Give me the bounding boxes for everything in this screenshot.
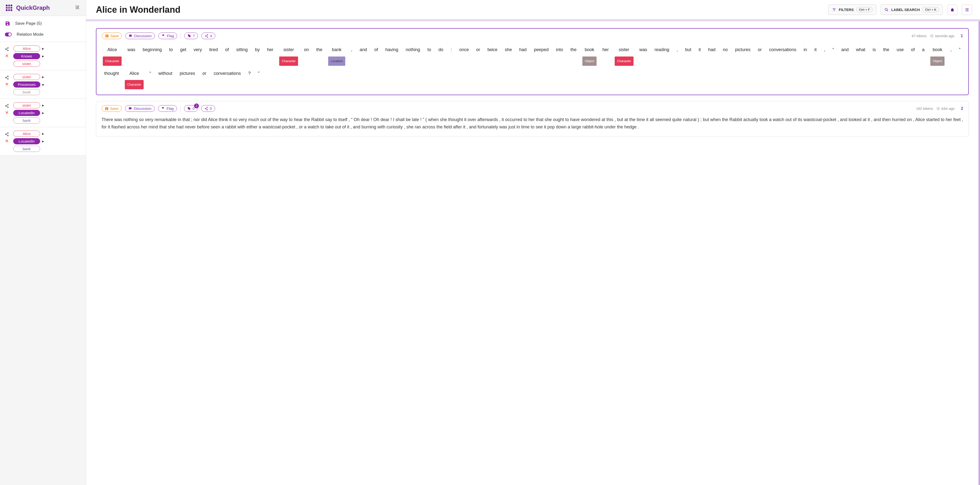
token[interactable]: thought: [102, 67, 121, 80]
target-chip[interactable]: bank: [13, 146, 40, 152]
token[interactable]: ”: [956, 43, 963, 56]
token[interactable]: it: [696, 43, 703, 56]
token[interactable]: sitting: [234, 43, 250, 56]
token[interactable]: in: [801, 43, 810, 56]
discussion-button[interactable]: Discussion: [125, 33, 155, 39]
share-icon[interactable]: [5, 47, 9, 51]
discussion-button[interactable]: Discussion: [125, 105, 154, 112]
share-icon[interactable]: [5, 75, 9, 80]
token[interactable]: having: [383, 43, 401, 56]
token[interactable]: once: [457, 43, 471, 56]
share-count-button[interactable]: 0: [201, 105, 215, 112]
relation-chip[interactable]: Possesses: [13, 81, 40, 87]
token[interactable]: ,: [349, 43, 355, 56]
token[interactable]: use: [894, 43, 906, 56]
relation-chip[interactable]: Knows: [13, 53, 40, 59]
relation-chip[interactable]: LocatedIn: [13, 138, 40, 144]
token[interactable]: had: [706, 43, 718, 56]
token[interactable]: “: [147, 67, 153, 80]
target-chip[interactable]: bank: [13, 118, 40, 124]
token[interactable]: ,: [674, 43, 680, 56]
token[interactable]: had: [517, 43, 529, 56]
token[interactable]: and: [839, 43, 851, 56]
token[interactable]: beginning: [140, 43, 164, 56]
delete-icon[interactable]: [5, 111, 9, 114]
tag-count-button[interactable]: 7: [184, 33, 198, 39]
token[interactable]: is: [870, 43, 878, 56]
token[interactable]: conversations: [211, 67, 243, 80]
annotation-card[interactable]: Save Discussion Flag 0 2 0 162 tokens: [96, 101, 969, 136]
source-chip[interactable]: Alice: [13, 130, 40, 137]
token[interactable]: sisterCharacter: [614, 43, 635, 66]
token[interactable]: the: [314, 43, 325, 56]
token[interactable]: of: [223, 43, 231, 56]
flag-button[interactable]: Flag: [158, 33, 177, 39]
token[interactable]: very: [191, 43, 204, 56]
token[interactable]: the: [881, 43, 892, 56]
collapse-sidebar-icon[interactable]: [75, 5, 80, 11]
token[interactable]: bookObject: [929, 43, 945, 66]
share-count-button[interactable]: 4: [201, 33, 215, 39]
target-chip[interactable]: book: [13, 89, 40, 95]
token[interactable]: it: [812, 43, 819, 56]
delete-icon[interactable]: [5, 54, 9, 58]
token[interactable]: to: [167, 43, 175, 56]
token[interactable]: twice: [485, 43, 500, 56]
token[interactable]: ,: [821, 43, 827, 56]
token[interactable]: to: [425, 43, 434, 56]
panel-toggle-button[interactable]: [962, 5, 972, 15]
filters-button[interactable]: FILTERS Ctrl + F: [828, 5, 877, 15]
annotation-card[interactable]: Save Discussion Flag 7 4 67 tokens: [96, 28, 969, 95]
token[interactable]: of: [372, 43, 380, 56]
tag-count-button[interactable]: 0 2: [184, 105, 198, 112]
save-button[interactable]: Save: [102, 33, 122, 39]
delete-icon[interactable]: [5, 82, 9, 86]
token[interactable]: sisterCharacter: [278, 43, 299, 66]
source-chip[interactable]: Alice: [13, 46, 40, 52]
relation-chip[interactable]: LocatedIn: [13, 110, 40, 116]
chevron-right-icon[interactable]: ▸: [42, 131, 44, 136]
share-icon[interactable]: [5, 132, 9, 137]
token[interactable]: without: [156, 67, 175, 80]
apps-icon[interactable]: [6, 5, 12, 11]
chevron-right-icon[interactable]: ▸: [42, 54, 44, 59]
token[interactable]: no: [721, 43, 730, 56]
token[interactable]: but: [683, 43, 694, 56]
save-button[interactable]: Save: [102, 105, 122, 112]
token[interactable]: ”: [255, 67, 262, 80]
delete-icon[interactable]: [5, 139, 9, 143]
save-page-button[interactable]: Save Page (5): [0, 18, 86, 29]
token[interactable]: the: [568, 43, 579, 56]
chevron-right-icon[interactable]: ▸: [42, 46, 44, 51]
label-search-button[interactable]: LABEL SEARCH Ctrl + K: [881, 5, 943, 15]
token[interactable]: or: [474, 43, 482, 56]
token[interactable]: and: [357, 43, 369, 56]
chevron-right-icon[interactable]: ▸: [42, 103, 44, 108]
token[interactable]: bankLocation: [327, 43, 346, 66]
token[interactable]: AliceCharacter: [102, 43, 123, 66]
token[interactable]: nothing: [403, 43, 423, 56]
flag-button[interactable]: Flag: [158, 105, 177, 112]
token[interactable]: ,: [948, 43, 954, 56]
brand[interactable]: QuickGraph: [16, 5, 71, 11]
token[interactable]: conversations: [767, 43, 799, 56]
chevron-right-icon[interactable]: ▸: [42, 82, 44, 87]
chevron-right-icon[interactable]: ▸: [42, 75, 44, 79]
relation-mode-toggle[interactable]: Relation Mode: [0, 29, 86, 40]
token[interactable]: by: [253, 43, 262, 56]
token[interactable]: a: [920, 43, 927, 56]
token[interactable]: what: [853, 43, 868, 56]
token[interactable]: pictures: [733, 43, 753, 56]
token[interactable]: was: [637, 43, 650, 56]
token[interactable]: ?: [246, 67, 253, 80]
token[interactable]: her: [264, 43, 276, 56]
token[interactable]: or: [756, 43, 764, 56]
token[interactable]: pictures: [177, 67, 197, 80]
token[interactable]: tired: [207, 43, 220, 56]
token[interactable]: she: [502, 43, 514, 56]
token[interactable]: into: [554, 43, 565, 56]
source-chip[interactable]: sister: [13, 102, 40, 108]
token[interactable]: :: [448, 43, 454, 56]
token[interactable]: bookObject: [581, 43, 598, 66]
chevron-right-icon[interactable]: ▸: [42, 139, 44, 143]
